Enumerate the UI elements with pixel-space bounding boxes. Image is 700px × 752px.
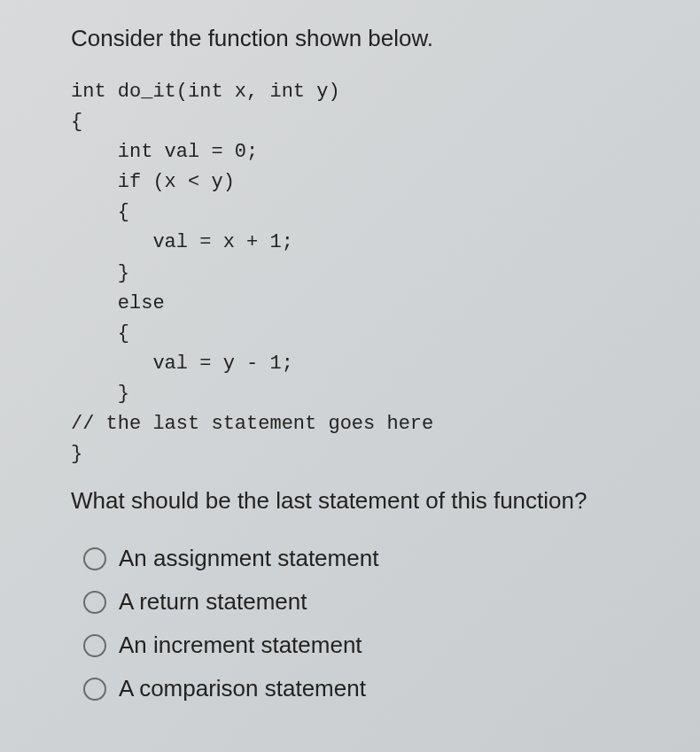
option-4[interactable]: A comparison statement (83, 675, 665, 702)
quiz-page: Consider the function shown below. int d… (0, 0, 700, 720)
option-label: An increment statement (119, 632, 362, 659)
code-block: int do_it(int x, int y) { int val = 0; i… (71, 77, 665, 469)
option-label: An assignment statement (119, 545, 378, 572)
radio-icon (83, 591, 106, 614)
options-group: An assignment statement A return stateme… (71, 545, 665, 702)
option-3[interactable]: An increment statement (83, 632, 665, 659)
option-label: A comparison statement (119, 675, 366, 702)
option-2[interactable]: A return statement (83, 588, 665, 616)
radio-icon (83, 634, 106, 657)
question-text: What should be the last statement of thi… (71, 487, 665, 515)
radio-icon (83, 678, 106, 701)
radio-icon (83, 547, 106, 570)
option-1[interactable]: An assignment statement (83, 545, 665, 572)
intro-text: Consider the function shown below. (71, 25, 665, 52)
option-label: A return statement (119, 588, 307, 616)
